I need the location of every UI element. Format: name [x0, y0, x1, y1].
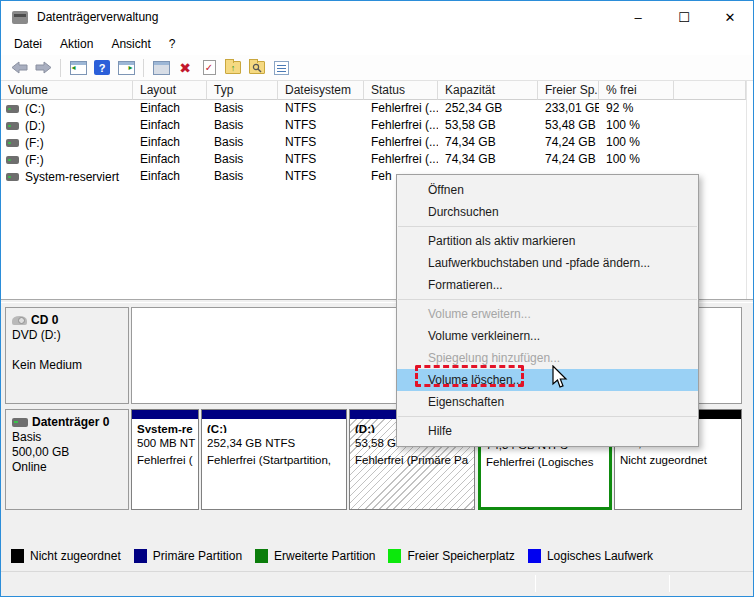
volume-name: (D:)	[25, 119, 45, 133]
legend-swatch-primary	[134, 549, 147, 563]
ctx-durchsuchen[interactable]: Durchsuchen	[397, 201, 698, 223]
toolbar-separator	[60, 59, 61, 77]
disk0-name: Datenträger 0	[32, 415, 109, 430]
table-row[interactable]: (D:) Einfach Basis NTFS Fehlerfrei (... …	[1, 117, 746, 134]
legend-item: Nicht zugeordnet	[11, 549, 121, 563]
statusbar-separator	[535, 575, 536, 592]
menu-separator	[398, 416, 697, 417]
partition-status: Fehlerfrei (Startpartition,	[202, 450, 346, 467]
volume-icon	[6, 105, 19, 113]
legend-item: Logisches Laufwerk	[528, 549, 653, 563]
partition-status: Fehlerfrei (Logisches	[481, 452, 609, 469]
ctx-hilfe[interactable]: Hilfe	[397, 420, 698, 442]
disk0-status: Online	[12, 460, 122, 475]
window-title: Datenträgerverwaltung	[37, 10, 158, 24]
app-icon	[12, 11, 28, 24]
partition-c[interactable]: (C:) 252,34 GB NTFS Fehlerfrei (Startpar…	[201, 409, 347, 510]
ctx-volume-verkleinern[interactable]: Volume verkleinern...	[397, 325, 698, 347]
popup-window-icon[interactable]	[150, 58, 172, 77]
menu-aktion[interactable]: Aktion	[51, 35, 102, 53]
action-pane-icon[interactable]: ▸	[115, 58, 137, 77]
partition-label: System-re	[132, 419, 198, 433]
status-bar	[1, 571, 753, 596]
legend-item: Erweiterte Partition	[255, 549, 375, 563]
back-icon[interactable]	[8, 58, 30, 77]
cd-type: DVD (D:)	[12, 328, 122, 343]
menu-separator	[398, 226, 697, 227]
legend-swatch-free	[388, 549, 401, 563]
toolbar: ◂ ? ▸ ✖ ✓ ↑	[1, 55, 753, 81]
legend-item: Primäre Partition	[134, 549, 242, 563]
ctx-eigenschaften[interactable]: Eigenschaften	[397, 391, 698, 413]
disk0-label[interactable]: Datenträger 0 Basis 500,00 GB Online	[5, 409, 129, 510]
col-freier-sp[interactable]: Freier Sp...	[538, 81, 599, 100]
ctx-partition-aktiv[interactable]: Partition als aktiv markieren	[397, 230, 698, 252]
col-volume[interactable]: Volume	[1, 81, 133, 100]
col-status[interactable]: Status	[364, 81, 438, 100]
maximize-button[interactable]: ☐	[661, 1, 707, 33]
menu-ansicht[interactable]: Ansicht	[102, 35, 159, 53]
help-icon[interactable]: ?	[91, 58, 113, 77]
partition-status: Fehlerfrei (Primäre Pa	[350, 450, 474, 467]
volume-table-header: Volume Layout Typ Dateisystem Status Kap…	[1, 81, 746, 100]
menu-hilfe[interactable]: ?	[160, 35, 185, 53]
col-dateisystem[interactable]: Dateisystem	[278, 81, 364, 100]
annotation-red-dashed-box	[415, 365, 524, 387]
menu-separator	[398, 299, 697, 300]
disk-management-window: Datenträgerverwaltung – ☐ ✕ Datei Aktion…	[0, 0, 754, 597]
partition-size: 252,34 GB NTFS	[202, 433, 346, 450]
folder-up-icon[interactable]: ↑	[222, 58, 244, 77]
ctx-formatieren[interactable]: Formatieren...	[397, 274, 698, 296]
volume-icon	[6, 173, 19, 181]
cd-drive-icon	[12, 316, 27, 325]
partition-color-bar	[202, 410, 346, 419]
volume-name: (C:)	[25, 102, 45, 116]
col-empty	[674, 81, 746, 100]
properties-list-icon[interactable]	[270, 58, 292, 77]
volume-name: (F:)	[25, 153, 44, 167]
context-menu: Öffnen Durchsuchen Partition als aktiv m…	[396, 174, 699, 447]
check-document-icon[interactable]: ✓	[198, 58, 220, 77]
cd-name: CD 0	[31, 313, 58, 328]
menu-bar: Datei Aktion Ansicht ?	[1, 33, 753, 55]
menu-datei[interactable]: Datei	[5, 35, 51, 53]
col-typ[interactable]: Typ	[207, 81, 278, 100]
col-prozent-frei[interactable]: % frei	[599, 81, 674, 100]
ctx-oeffnen[interactable]: Öffnen	[397, 179, 698, 201]
table-row[interactable]: (C:) Einfach Basis NTFS Fehlerfrei (... …	[1, 100, 746, 117]
partition-status: Fehlerfrei (	[132, 450, 198, 467]
disk-icon	[12, 418, 28, 427]
statusbar-separator	[669, 575, 670, 592]
partition-size: 500 MB NT	[132, 433, 198, 450]
minimize-button[interactable]: –	[615, 1, 661, 33]
cd-drive-label[interactable]: CD 0 DVD (D:) Kein Medium	[5, 307, 129, 404]
console-tree-icon[interactable]: ◂	[67, 58, 89, 77]
toolbar-separator	[143, 59, 144, 77]
window-controls: – ☐ ✕	[615, 1, 753, 33]
table-row[interactable]: (F:) Einfach Basis NTFS Fehlerfrei (... …	[1, 134, 746, 151]
mouse-cursor-icon	[549, 365, 569, 389]
volume-icon	[6, 122, 19, 130]
ctx-laufwerkbuchstaben[interactable]: Laufwerkbuchstaben und -pfade ändern...	[397, 252, 698, 274]
volume-name: System-reserviert	[25, 170, 119, 184]
close-button[interactable]: ✕	[707, 1, 753, 33]
volume-name: (F:)	[25, 136, 44, 150]
volume-icon	[6, 156, 19, 164]
legend-swatch-logical	[528, 549, 541, 563]
disk0-size: 500,00 GB	[12, 445, 122, 460]
partition-system-reserved[interactable]: System-re 500 MB NT Fehlerfrei (	[131, 409, 199, 510]
table-row[interactable]: (F:) Einfach Basis NTFS Fehlerfrei (... …	[1, 151, 746, 168]
cd-status: Kein Medium	[12, 358, 122, 373]
legend-swatch-unallocated	[11, 549, 24, 563]
folder-search-icon[interactable]	[246, 58, 268, 77]
legend-item: Freier Speicherplatz	[388, 549, 514, 563]
disk0-typ: Basis	[12, 430, 122, 445]
title-bar: Datenträgerverwaltung – ☐ ✕	[1, 1, 753, 33]
volume-icon	[6, 139, 19, 147]
delete-icon[interactable]: ✖	[174, 58, 196, 77]
partition-label: (C:)	[202, 419, 346, 433]
partition-status: Nicht zugeordnet	[615, 450, 741, 467]
col-kapazitaet[interactable]: Kapazität	[438, 81, 538, 100]
forward-icon[interactable]	[32, 58, 54, 77]
col-layout[interactable]: Layout	[133, 81, 207, 100]
